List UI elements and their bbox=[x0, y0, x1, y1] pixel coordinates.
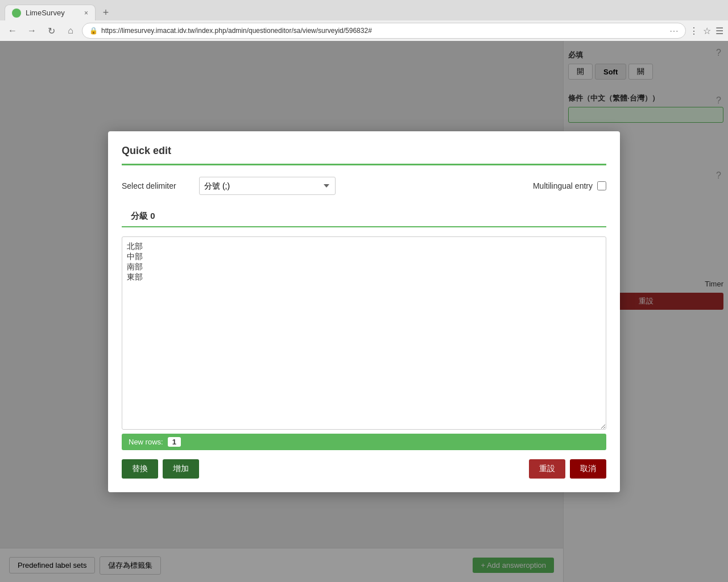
back-button[interactable]: ← bbox=[5, 23, 20, 39]
home-button[interactable]: ⌂ bbox=[63, 23, 78, 39]
select-delimiter-label: Select delimiter bbox=[122, 181, 190, 190]
multilingual-checkbox[interactable] bbox=[597, 181, 606, 190]
reload-button[interactable]: ↻ bbox=[43, 23, 59, 39]
url-bar[interactable]: 🔒 https://limesurvey.imacat.idv.tw/index… bbox=[82, 23, 686, 39]
tab-nav-item-grade[interactable]: 分級 0 bbox=[122, 206, 164, 227]
multilingual-label: Multilingual entry bbox=[533, 181, 593, 190]
add-button[interactable]: 增加 bbox=[163, 459, 199, 479]
modal-footer: 替換 增加 重設 取消 bbox=[122, 459, 606, 479]
multilingual-row: Multilingual entry bbox=[533, 181, 606, 190]
replace-button[interactable]: 替換 bbox=[122, 459, 158, 479]
answers-textarea[interactable] bbox=[122, 236, 606, 430]
modal-body: Select delimiter 分號 (;) Multilingual ent… bbox=[122, 165, 606, 450]
new-rows-label: New rows: bbox=[129, 438, 163, 446]
delimiter-row: Select delimiter 分號 (;) Multilingual ent… bbox=[122, 177, 606, 195]
quick-edit-modal: Quick edit Select delimiter 分號 (;) Multi… bbox=[108, 131, 620, 492]
address-bar: ← → ↻ ⌂ 🔒 https://limesurvey.imacat.idv.… bbox=[0, 20, 728, 41]
new-tab-button[interactable]: + bbox=[98, 5, 114, 20]
modal-reset-button[interactable]: 重設 bbox=[529, 459, 565, 479]
delimiter-select[interactable]: 分號 (;) bbox=[199, 177, 336, 195]
modal-overlay: Quick edit Select delimiter 分號 (;) Multi… bbox=[0, 41, 728, 582]
browser-toolbar-icons: ⋮ ☆ ☰ bbox=[689, 26, 723, 36]
modal-cancel-button[interactable]: 取消 bbox=[570, 459, 606, 479]
tab-nav: 分級 0 bbox=[122, 206, 606, 227]
bookmark-icon[interactable]: ☆ bbox=[703, 26, 711, 36]
tab-title: LimeSurvey bbox=[26, 9, 65, 17]
page-background: 必填 開 Soft 關 ? 條件（中文（繁體·台灣）） ? ? ? ? Time… bbox=[0, 41, 728, 582]
new-rows-bar: New rows: 1 bbox=[122, 434, 606, 450]
url-text: https://limesurvey.imacat.idv.tw/index.p… bbox=[101, 27, 666, 35]
active-tab[interactable]: LimeSurvey × bbox=[5, 5, 96, 20]
modal-title: Quick edit bbox=[122, 145, 606, 165]
browser-chrome: LimeSurvey × + ← → ↻ ⌂ 🔒 https://limesur… bbox=[0, 0, 728, 41]
menu-icon[interactable]: ☰ bbox=[715, 26, 723, 36]
new-rows-count: 1 bbox=[168, 437, 181, 447]
tab-bar: LimeSurvey × + bbox=[0, 0, 728, 20]
forward-button[interactable]: → bbox=[24, 23, 40, 39]
favicon-icon bbox=[12, 9, 21, 18]
extensions-icon[interactable]: ⋮ bbox=[689, 26, 698, 36]
close-tab-button[interactable]: × bbox=[84, 9, 88, 17]
tab-section: 分級 0 bbox=[122, 206, 606, 227]
